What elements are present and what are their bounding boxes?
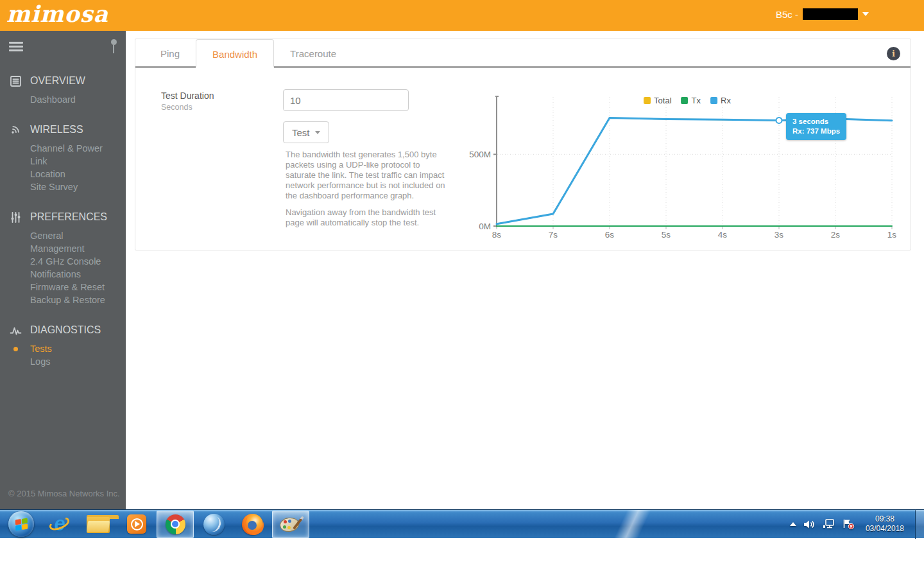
sidebar-item-logs[interactable]: Logs [30, 355, 126, 368]
media-player-icon [127, 514, 146, 534]
copyright-text: © 2015 Mimosa Networks Inc. [8, 489, 120, 498]
sidebar-item-backup-restore[interactable]: Backup & Restore [30, 293, 126, 306]
svg-text:0M: 0M [479, 222, 491, 231]
pulse-icon [8, 324, 23, 337]
sidebar-item-link[interactable]: Link [30, 155, 126, 168]
paint-button[interactable] [272, 511, 309, 538]
network-icon[interactable] [823, 519, 835, 529]
info-icon: i [892, 49, 895, 58]
menu-toggle-button[interactable] [9, 42, 23, 53]
file-explorer-button[interactable] [80, 511, 117, 538]
test-description: The bandwidth test generates 1,500 byte … [286, 150, 450, 234]
firefox-icon [242, 514, 263, 535]
windows-start-icon [8, 511, 34, 537]
sidebar-item-firmware-reset[interactable]: Firmware & Reset [30, 281, 126, 293]
svg-text:2s: 2s [831, 230, 841, 240]
volume-icon[interactable] [803, 520, 816, 529]
device-selector-dropdown[interactable]: B5c - [776, 8, 869, 20]
taskbar-glass-streak [600, 510, 664, 539]
legend-item-rx[interactable]: Rx [710, 96, 731, 105]
section-label: PREFERENCES [30, 211, 107, 223]
tab-ping[interactable]: Ping [144, 39, 196, 66]
tab-traceroute[interactable]: Traceroute [274, 39, 352, 66]
description-paragraph: Navigation away from the bandwidth test … [286, 207, 450, 228]
show-desktop-button[interactable] [915, 510, 924, 539]
duration-unit-label: Seconds [161, 103, 214, 112]
sidebar-section-wireless: WIRELESS Channel & Power Link Location S… [0, 122, 126, 193]
section-label: DIAGNOSTICS [30, 324, 101, 336]
section-label: OVERVIEW [30, 75, 85, 87]
info-button[interactable]: i [887, 47, 900, 60]
blue-globe-app-button[interactable] [195, 511, 232, 538]
device-label: B5c - [776, 9, 798, 20]
sidebar-item-channel-power[interactable]: Channel & Power [30, 142, 126, 155]
test-duration-input[interactable] [283, 89, 409, 111]
clock-date: 03/04/2018 [866, 524, 904, 534]
svg-text:8s: 8s [492, 230, 502, 240]
system-tray: 09:38 03/04/2018 [790, 510, 924, 538]
chart-legend: Total Tx Rx [644, 96, 731, 105]
blue-globe-icon [203, 514, 225, 535]
tooltip-value: Rx: 737 Mbps [792, 127, 840, 136]
sidebar-item-general[interactable]: General [30, 229, 126, 242]
section-label: WIRELESS [30, 124, 83, 136]
mimosa-logo[interactable]: mimosa [6, 1, 108, 27]
sidebar: OVERVIEW Dashboard WIRELESS Channel & Po… [0, 31, 126, 509]
content-card: Ping Bandwidth Traceroute i Test Duratio… [135, 39, 911, 250]
start-button[interactable] [3, 511, 40, 538]
legend-item-tx[interactable]: Tx [681, 96, 701, 105]
svg-text:500M: 500M [469, 150, 491, 159]
show-hidden-icons-button[interactable] [790, 522, 796, 526]
description-paragraph: The bandwidth test generates 1,500 byte … [286, 150, 450, 201]
tab-bandwidth[interactable]: Bandwidth [196, 39, 274, 68]
legend-swatch-tx [681, 97, 689, 104]
sidebar-header [0, 31, 126, 62]
redacted-device-name [803, 8, 858, 20]
svg-text:4s: 4s [718, 230, 728, 240]
folder-icon [87, 515, 110, 533]
duration-label: Test Duration [161, 91, 214, 101]
action-center-flag-icon[interactable] [843, 519, 855, 529]
internet-explorer-button[interactable]: e [41, 511, 78, 538]
clock-time: 09:38 [866, 514, 904, 524]
legend-swatch-rx [710, 97, 717, 104]
sidebar-item-24ghz-console[interactable]: 2.4 GHz Console [30, 255, 126, 268]
duration-label-group: Test Duration Seconds [161, 91, 214, 112]
legend-label: Rx [721, 96, 731, 105]
sidebar-section-preferences: PREFERENCES General Management 2.4 GHz C… [0, 209, 126, 306]
sidebar-item-dashboard[interactable]: Dashboard [30, 93, 126, 106]
test-button[interactable]: Test [283, 121, 329, 143]
svg-text:5s: 5s [662, 230, 671, 240]
sidebar-item-location[interactable]: Location [30, 168, 126, 180]
svg-text:6s: 6s [605, 230, 615, 240]
paint-icon [279, 514, 302, 534]
app-header: mimosa B5c - [0, 0, 924, 31]
sidebar-item-site-survey[interactable]: Site Survey [30, 180, 126, 193]
svg-text:7s: 7s [549, 230, 558, 240]
svg-text:3s: 3s [774, 230, 784, 240]
hamburger-icon [9, 42, 23, 44]
tooltip-category: 3 seconds [792, 117, 840, 127]
legend-item-total[interactable]: Total [644, 96, 671, 105]
sliders-icon [8, 211, 23, 223]
taskbar-apps: e [0, 510, 310, 538]
pin-icon[interactable] [110, 39, 117, 55]
taskbar-clock[interactable]: 09:38 03/04/2018 [866, 514, 904, 534]
sidebar-item-management[interactable]: Management [30, 242, 126, 255]
internet-explorer-icon: e [49, 513, 71, 535]
sidebar-section-diagnostics: DIAGNOSTICS Tests Logs [0, 322, 126, 368]
chevron-down-icon [862, 12, 869, 16]
windows-taskbar: e 09:38 03/04/2018 [0, 509, 924, 538]
legend-label: Total [654, 96, 671, 105]
sidebar-nav: OVERVIEW Dashboard WIRELESS Channel & Po… [0, 62, 126, 368]
chrome-button[interactable] [157, 511, 194, 538]
chrome-icon [166, 514, 185, 534]
sidebar-item-notifications[interactable]: Notifications [30, 268, 126, 281]
tab-bar: Ping Bandwidth Traceroute i [135, 39, 911, 68]
sidebar-item-tests[interactable]: Tests [30, 342, 126, 355]
media-player-button[interactable] [118, 511, 155, 538]
signal-icon [8, 124, 23, 136]
chevron-down-icon [315, 131, 320, 134]
active-indicator-dot [13, 347, 18, 351]
firefox-button[interactable] [234, 511, 271, 538]
